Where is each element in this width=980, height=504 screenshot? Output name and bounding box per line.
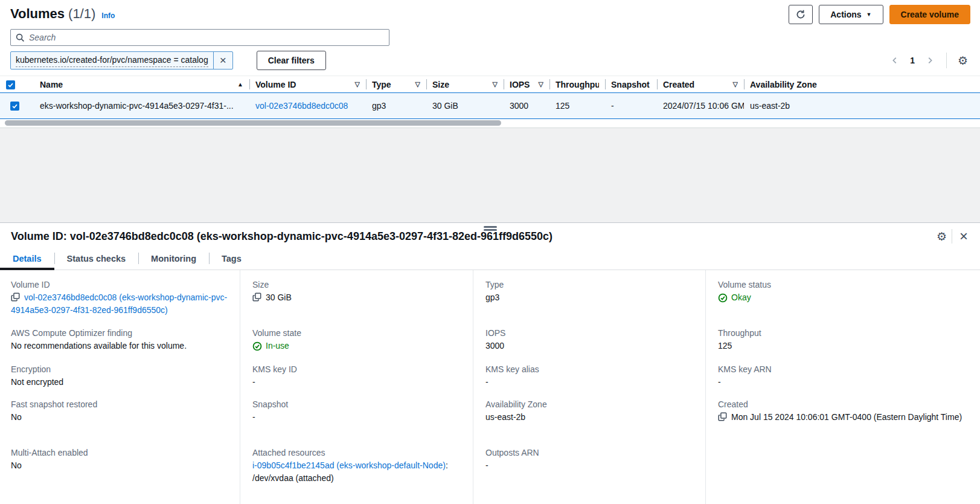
clear-filters-label: Clear filters: [268, 56, 315, 65]
field-type: Type gp3: [485, 279, 696, 327]
panel-preferences-button[interactable]: ⚙: [937, 231, 947, 242]
column-header-volume-id[interactable]: Volume ID ▽: [249, 76, 366, 93]
column-header-created[interactable]: Created ▽: [657, 76, 744, 93]
details-tab-content: Volume ID vol-02e3746bd8edc0c08 (eks-wor…: [0, 270, 980, 504]
volumes-table: Name ▲ Volume ID ▽ Type ▽ Size ▽: [0, 76, 980, 119]
chevron-left-icon: [891, 56, 899, 65]
previous-page-button[interactable]: [887, 55, 903, 66]
select-all-checkbox[interactable]: [6, 80, 15, 89]
close-icon: ×: [959, 228, 968, 244]
tab-monitoring[interactable]: Monitoring: [138, 247, 209, 270]
column-header-type[interactable]: Type ▽: [366, 76, 426, 93]
column-header-availability-zone[interactable]: Availability Zone: [744, 76, 980, 93]
field-throughput: Throughput 125: [718, 327, 970, 363]
field-size: Size 30 GiB: [252, 279, 463, 327]
refresh-button[interactable]: [789, 5, 813, 24]
field-kms-key-alias: KMS key alias -: [485, 363, 696, 398]
volumes-page: Volumes (1/1) Info Actions ▼: [0, 0, 980, 504]
row-checkbox[interactable]: [10, 102, 19, 111]
sort-icon: ▽: [733, 80, 738, 88]
page-title: Volumes: [10, 6, 65, 22]
cell-name: eks-workshop-dynamic-pvc-4914a5e3-0297-4…: [29, 93, 249, 119]
clear-filters-button[interactable]: Clear filters: [257, 51, 326, 70]
page-title-group: Volumes (1/1) Info: [10, 5, 115, 22]
field-iops: IOPS 3000: [485, 327, 696, 363]
table-preferences-button[interactable]: ⚙: [955, 54, 970, 68]
sort-icon: ▽: [539, 80, 543, 88]
page-number[interactable]: 1: [905, 54, 920, 66]
info-link[interactable]: Info: [101, 11, 115, 20]
gear-icon: ⚙: [937, 230, 947, 243]
drag-handle-icon[interactable]: [484, 226, 497, 232]
field-created: Created Mon Jul 15 2024 10:06:01 GMT-040…: [718, 398, 970, 447]
refresh-icon: [796, 10, 805, 19]
divider: [946, 53, 947, 68]
column-header-iops[interactable]: IOPS ▽: [504, 76, 549, 93]
volume-state-value: In-use: [266, 340, 289, 352]
table-header-section: Volumes (1/1) Info Actions ▼: [0, 0, 980, 70]
chevron-right-icon: [926, 56, 934, 65]
create-volume-button-label: Create volume: [901, 10, 959, 19]
search-icon: [16, 33, 25, 42]
volume-id-detail-link[interactable]: vol-02e3746bd8edc0c08 (eks-workshop-dyna…: [11, 292, 227, 315]
copy-icon[interactable]: [252, 292, 261, 303]
actions-button[interactable]: Actions ▼: [819, 5, 883, 24]
cell-type: gp3: [366, 93, 426, 119]
cell-throughput: 125: [549, 93, 605, 119]
column-header-name[interactable]: Name ▲: [29, 76, 249, 93]
field-availability-zone: Availability Zone us-east-2b: [485, 398, 696, 447]
close-icon: ×: [220, 54, 226, 67]
resource-count: (1/1): [68, 6, 95, 22]
sort-icon: ▽: [415, 80, 420, 88]
content-background: [0, 128, 980, 222]
field-outposts-arn: Outposts ARN -: [485, 447, 696, 472]
create-volume-button[interactable]: Create volume: [889, 5, 970, 24]
status-ok-icon: [718, 293, 728, 303]
field-volume-id: Volume ID vol-02e3746bd8edc0c08 (eks-wor…: [11, 279, 230, 327]
status-ok-icon: [252, 341, 262, 351]
cell-availability-zone: us-east-2b: [744, 93, 980, 119]
gear-icon: ⚙: [958, 54, 968, 67]
tab-status-checks[interactable]: Status checks: [54, 247, 139, 270]
panel-tabs: Details Status checks Monitoring Tags: [0, 247, 980, 270]
cell-size: 30 GiB: [426, 93, 504, 119]
volume-status-value: Okay: [731, 291, 751, 304]
field-kms-key-id: KMS key ID -: [252, 363, 463, 398]
volume-id-link[interactable]: vol-02e3746bd8edc0c08: [255, 101, 348, 111]
divider: [952, 229, 952, 244]
sort-icon: ▽: [493, 80, 498, 88]
filter-token-label: kubernetes.io/created-for/pvc/namespace …: [11, 52, 213, 69]
next-page-button[interactable]: [922, 55, 938, 66]
split-panel-title: Volume ID: vol-02e3746bd8edc0c08 (eks-wo…: [11, 230, 552, 243]
copy-icon[interactable]: [718, 412, 727, 423]
sort-ascending-icon: ▲: [237, 81, 243, 88]
attached-instance-link[interactable]: i-09b05c4f1be2145ad (eks-workshop-defaul…: [252, 460, 446, 470]
column-header-size[interactable]: Size ▽: [426, 76, 504, 93]
field-compute-optimizer: AWS Compute Optimizer finding No recomme…: [11, 327, 230, 363]
tab-tags[interactable]: Tags: [209, 247, 254, 270]
field-volume-status: Volume status Okay: [718, 279, 970, 327]
cell-snapshot: -: [605, 93, 657, 119]
field-encryption: Encryption Not encrypted: [11, 363, 230, 398]
actions-button-label: Actions: [830, 10, 861, 19]
sort-icon: ▽: [355, 80, 360, 88]
horizontal-scrollbar: [0, 119, 980, 128]
column-header-throughput[interactable]: Throughput ▽: [549, 76, 605, 93]
filter-token: kubernetes.io/created-for/pvc/namespace …: [10, 51, 233, 69]
panel-close-button[interactable]: ×: [957, 229, 970, 244]
field-multi-attach: Multi-Attach enabled No: [11, 447, 230, 472]
field-volume-state: Volume state In-use: [252, 327, 463, 363]
copy-icon[interactable]: [11, 292, 20, 303]
cell-created: 2024/07/15 10:06 GMT-4: [657, 93, 744, 119]
table-row: eks-workshop-dynamic-pvc-4914a5e3-0297-4…: [0, 93, 980, 119]
field-attached-resources: Attached resources i-09b05c4f1be2145ad (…: [252, 447, 463, 485]
column-header-snapshot[interactable]: Snapshot ▽: [605, 76, 657, 93]
filter-token-dismiss-button[interactable]: ×: [213, 52, 232, 69]
field-kms-key-arn: KMS key ARN -: [718, 363, 970, 398]
search-input[interactable]: [29, 33, 384, 42]
tab-details[interactable]: Details: [0, 247, 54, 270]
field-fast-snapshot-restored: Fast snapshot restored No: [11, 398, 230, 447]
cell-iops: 3000: [504, 93, 549, 119]
horizontal-scrollbar-thumb[interactable]: [5, 120, 501, 126]
split-panel: Volume ID: vol-02e3746bd8edc0c08 (eks-wo…: [0, 222, 980, 504]
